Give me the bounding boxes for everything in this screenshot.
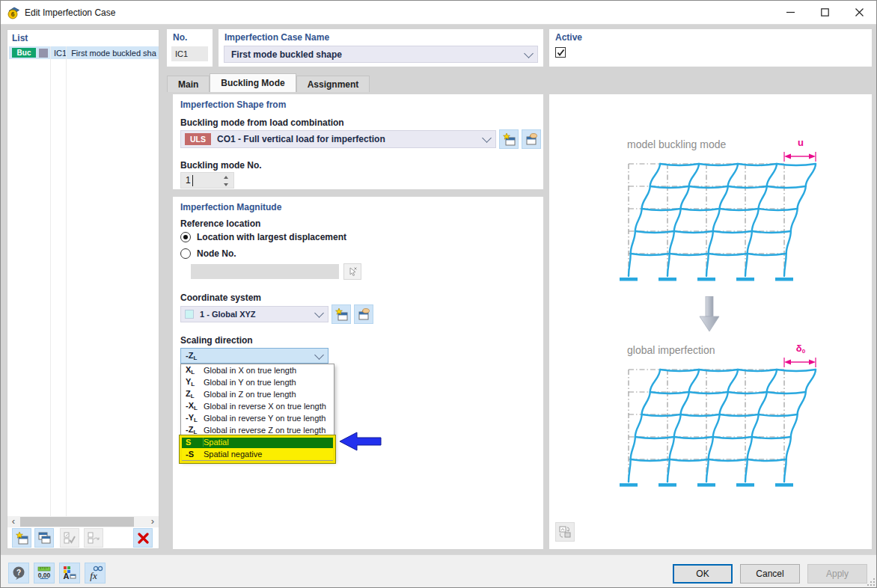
case-id: IC1 <box>54 49 67 58</box>
coordinate-system-combobox[interactable]: 1 - Global XYZ <box>180 306 329 322</box>
edit-imperfection-case-dialog: 6 Edit Imperfection Case List Buc IC1 Fi… <box>0 0 877 588</box>
buckling-mode-diagram: model buckling mode u <box>599 135 861 322</box>
spinner-arrows-icon[interactable] <box>221 174 230 189</box>
diagram-options-button[interactable] <box>555 522 575 542</box>
edit-load-combination-button[interactable] <box>522 129 541 149</box>
chevron-down-icon <box>482 133 492 143</box>
dimension-label-u: u <box>784 137 817 148</box>
uls-badge: ULS <box>185 133 211 145</box>
display-settings-button[interactable]: A <box>59 563 80 584</box>
radio-node-no[interactable]: Node No. <box>180 248 236 259</box>
reference-location-label: Reference location <box>180 218 260 229</box>
load-combo-label: Buckling mode from load combination <box>180 117 344 128</box>
tab-bar: Main Buckling Mode Assignment <box>167 75 370 92</box>
load-combination-value: CO1 - Full vertical load for imperfectio… <box>217 134 385 144</box>
chevron-down-icon <box>314 308 324 318</box>
case-color-swatch <box>39 49 48 58</box>
delete-case-button[interactable] <box>133 528 153 548</box>
case-name-combobox[interactable]: First mode buckled shape <box>224 46 538 63</box>
help-icon: ? <box>11 566 26 581</box>
chevron-down-icon <box>314 350 324 360</box>
tab-main[interactable]: Main <box>167 76 210 92</box>
option-spatial[interactable]: SSpatial <box>181 436 334 448</box>
case-name-label: Imperfection Case Name <box>224 32 329 43</box>
list-column-divider <box>66 46 67 516</box>
case-number-box: No. IC1 <box>167 29 213 67</box>
scaling-direction-dropdown: XLGlobal in X on true length YLGlobal in… <box>180 364 334 461</box>
resize-grip[interactable] <box>867 578 876 587</box>
option-zl[interactable]: ZLGlobal in Z on true length <box>181 388 334 400</box>
chevron-down-icon <box>524 49 534 58</box>
scroll-left-icon[interactable]: ‹ <box>7 516 19 527</box>
list-horizontal-scrollbar[interactable]: ‹ › <box>7 516 159 527</box>
list-item-ic1[interactable]: Buc IC1 First mode buckled sha <box>9 46 159 59</box>
window-title: Edit Imperfection Case <box>25 7 115 18</box>
units-settings-button[interactable]: 0,00 <box>34 563 55 584</box>
formula-icon: fx <box>87 565 103 581</box>
minimize-button[interactable] <box>774 1 807 24</box>
svg-text:0,00: 0,00 <box>38 572 51 579</box>
imperfection-magnitude-panel: Imperfection Magnitude Reference locatio… <box>173 197 543 549</box>
edit-coordinate-system-button[interactable] <box>354 304 373 324</box>
close-button[interactable] <box>843 1 876 24</box>
radio-on-icon[interactable] <box>180 232 191 242</box>
copy-case-button[interactable] <box>34 528 54 548</box>
new-case-icon <box>15 531 29 545</box>
new-load-combination-button[interactable] <box>499 129 519 149</box>
scrollbar-thumb[interactable] <box>20 517 134 527</box>
svg-text:6: 6 <box>11 10 15 18</box>
radio-largest-displacement[interactable]: Location with largest displacement <box>180 232 346 242</box>
frame-sketch <box>599 152 853 298</box>
case-list-panel: List Buc IC1 First mode buckled sha ‹ › <box>7 29 159 549</box>
svg-text:A: A <box>64 572 70 581</box>
radio-off-icon[interactable] <box>180 248 191 259</box>
cancel-button[interactable]: Cancel <box>740 564 800 584</box>
display-settings-icon: A <box>61 565 78 581</box>
dialog-footer: ? 0,00 A fx <box>1 554 877 588</box>
scroll-right-icon[interactable]: › <box>147 516 159 527</box>
option-neg-zl[interactable]: -ZLGlobal in reverse Z on true length <box>181 424 334 436</box>
maximize-button[interactable] <box>808 1 842 24</box>
formula-button[interactable]: fx <box>85 563 106 584</box>
select-all-button <box>60 528 79 548</box>
edit-icon <box>525 132 539 147</box>
case-number-field: IC1 <box>171 46 208 61</box>
active-checkbox[interactable] <box>555 47 566 58</box>
imperfection-shape-panel: Imperfection Shape from Buckling mode fr… <box>173 94 543 189</box>
pick-cursor-icon <box>347 266 358 277</box>
coordinate-system-value: 1 - Global XYZ <box>200 310 256 319</box>
global-imperfection-diagram: global imperfection δ0 <box>599 341 861 528</box>
select-all-icon <box>63 531 76 545</box>
option-xl[interactable]: XLGlobal in X on true length <box>181 364 334 376</box>
list-toolbar <box>7 528 159 549</box>
scaling-direction-label: Scaling direction <box>180 335 253 346</box>
diagram-title: global imperfection <box>627 344 715 356</box>
buckling-mode-no-value: 1 <box>186 175 191 186</box>
new-coordinate-system-button[interactable] <box>331 304 351 324</box>
new-case-button[interactable] <box>12 528 31 548</box>
ok-button[interactable]: OK <box>673 564 733 584</box>
buckling-mode-no-spinner[interactable]: 1 <box>180 172 234 189</box>
svg-text:?: ? <box>16 569 21 577</box>
option-spatial-negative[interactable]: -SSpatial negative <box>181 448 334 460</box>
load-combination-combobox[interactable]: ULS CO1 - Full vertical load for imperfe… <box>180 130 496 148</box>
diagram-panel: model buckling mode u global imperfectio… <box>549 94 872 549</box>
tab-assignment[interactable]: Assignment <box>296 76 370 92</box>
shape-section-title: Imperfection Shape from <box>180 99 286 110</box>
case-name: First mode buckled sha <box>71 49 156 58</box>
option-neg-yl[interactable]: -YLGlobal in reverse Y on true length <box>181 412 334 424</box>
annotation-arrow-icon <box>339 430 382 453</box>
scaling-direction-combobox[interactable]: -ZL <box>180 348 329 364</box>
new-icon <box>502 132 516 147</box>
buckling-type-badge: Buc <box>12 48 36 58</box>
tab-buckling-mode[interactable]: Buckling Mode <box>210 73 296 92</box>
text-cursor <box>192 175 193 186</box>
help-button[interactable]: ? <box>8 563 29 584</box>
active-label: Active <box>555 32 582 43</box>
magnitude-section-title: Imperfection Magnitude <box>180 202 281 212</box>
option-yl[interactable]: YLGlobal in Y on true length <box>181 376 334 388</box>
option-neg-xl[interactable]: -XLGlobal in reverse X on true length <box>181 400 334 412</box>
coordinate-system-label: Coordinate system <box>180 293 261 303</box>
coordinate-system-swatch <box>185 310 194 319</box>
units-icon: 0,00 <box>36 565 52 581</box>
